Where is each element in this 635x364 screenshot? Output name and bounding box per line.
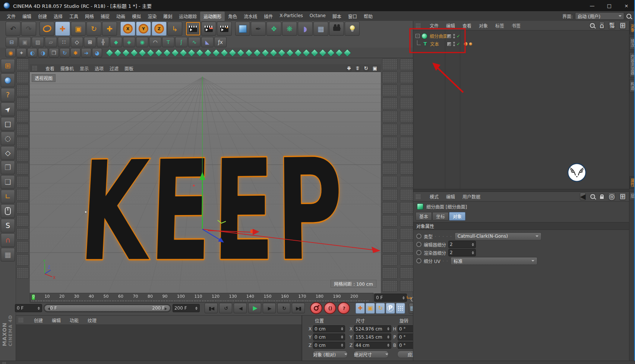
plugin-tool-3-icon[interactable]: ◑	[38, 48, 48, 57]
am-search-icon[interactable]	[590, 194, 595, 199]
minimize-button[interactable]: —	[584, 0, 601, 11]
spinner-icon[interactable]	[386, 342, 390, 348]
panel-grip-icon[interactable]	[416, 194, 421, 199]
hook-tool-icon[interactable]: ʃ	[175, 37, 187, 47]
view-maximize-icon[interactable]: ▣	[372, 66, 377, 71]
size-y-field[interactable]: 155.145 cm	[354, 333, 391, 341]
tag-icon[interactable]	[469, 42, 472, 45]
om-menu-item-0[interactable]: 文件	[426, 21, 442, 30]
arc-tool-icon[interactable]: ◠	[149, 37, 161, 47]
text-tool-icon[interactable]: T	[162, 37, 174, 47]
spinner-icon[interactable]	[37, 306, 40, 311]
spinner-icon[interactable]	[402, 295, 405, 301]
panel-grip-icon[interactable]	[32, 66, 37, 71]
maximize-button[interactable]: □	[601, 0, 618, 11]
previous-frame-button[interactable]: ◀	[234, 303, 247, 313]
render-subdivision-field[interactable]: 2	[448, 249, 476, 256]
last-tool-icon[interactable]: ✚	[102, 22, 117, 36]
menubar-item-2[interactable]: 创建	[35, 12, 50, 21]
position-y-field[interactable]: 0 cm	[313, 333, 345, 341]
menubar-item-17[interactable]: Octane	[306, 12, 329, 21]
plugin-gear-icon[interactable]: ✱	[70, 48, 80, 57]
key-rotation-filter-icon[interactable]: ↻	[376, 303, 385, 314]
goto-end-button[interactable]: ▶▮	[292, 303, 305, 313]
undo-icon[interactable]: ↶	[6, 22, 20, 36]
primitive-cube-icon[interactable]	[235, 22, 250, 36]
spinner-icon[interactable]	[340, 334, 344, 340]
record-keyframe-button[interactable]	[310, 302, 322, 314]
plugin-tool-2-icon[interactable]: ◐	[27, 48, 37, 57]
current-frame-field[interactable]: 0 F	[15, 304, 42, 312]
object-name[interactable]: 细分曲面	[430, 33, 448, 39]
polygons-mode-icon[interactable]: ⊞	[84, 37, 96, 47]
sail-deformer-icon[interactable]: ◣	[201, 37, 214, 47]
spinner-icon[interactable]	[386, 326, 390, 332]
am-menu-item-0[interactable]: 模式	[426, 192, 442, 201]
layer-icon[interactable]	[447, 34, 452, 39]
magnet-icon[interactable]: ∩	[1, 233, 15, 247]
spinner-icon[interactable]	[340, 342, 344, 348]
om-menu-item-2[interactable]: 查看	[459, 21, 475, 30]
spline-pen-icon[interactable]: ✒	[251, 22, 266, 36]
key-pla-filter-icon[interactable]	[396, 303, 405, 314]
menubar-item-10[interactable]: 雕刻	[160, 12, 176, 21]
keyframe-options-button[interactable]: ?	[338, 302, 350, 314]
menubar-item-11[interactable]: 运动跟踪	[176, 12, 200, 21]
type-dropdown[interactable]: Catmull-Clark(N-Gons)	[455, 232, 541, 240]
timeline-range-slider[interactable]: 0 F 200 F	[44, 304, 171, 312]
next-frame-button[interactable]: ▶	[263, 303, 276, 313]
key-scale-filter-icon[interactable]: ▣	[366, 303, 375, 314]
object-row-text[interactable]: T 文本	[413, 40, 439, 48]
materials-menu-item-0[interactable]: 创建	[29, 316, 47, 325]
light-icon[interactable]	[345, 22, 360, 36]
size-x-field[interactable]: 524.976 cm	[354, 325, 391, 332]
polygon-select-icon[interactable]: ◇	[1, 146, 15, 160]
perspective-viewport[interactable]: KEEP 透视视图 网格间距 : 100 cm Y Z X	[30, 72, 381, 293]
om-menu-item-5[interactable]: 书签	[508, 21, 524, 30]
edges-mode-icon[interactable]: ◇	[71, 37, 83, 47]
axis-gizmo[interactable]	[30, 73, 381, 293]
view-pan-icon[interactable]: ✚	[347, 66, 351, 71]
xparticles-system-icon[interactable]: ◉	[6, 48, 16, 57]
plugin-tool-1-icon[interactable]: ✦	[16, 48, 26, 57]
redo-icon[interactable]: ↷	[21, 22, 36, 36]
size-z-field[interactable]: 44 cm	[354, 342, 391, 349]
menubar-item-13[interactable]: 角色	[225, 12, 240, 21]
axis-workplane-icon[interactable]: ∟	[1, 190, 15, 203]
plugin-tool-4-icon[interactable]: ❐	[49, 48, 59, 57]
spinner-icon[interactable]	[195, 306, 198, 311]
fragment-icon[interactable]: ◈	[123, 37, 135, 47]
cube-a-icon[interactable]: ❐	[1, 161, 15, 174]
cube-b-icon[interactable]: ❏	[1, 175, 15, 189]
fx-icon[interactable]: ƒx	[214, 37, 227, 47]
interface-dropdown[interactable]: 启动 (用户)	[575, 12, 624, 20]
am-cycle-icon[interactable]: ◎	[608, 193, 615, 200]
am-menu-item-1[interactable]: 编辑	[442, 192, 459, 201]
attribute-tab-1[interactable]: 坐标	[432, 212, 449, 221]
menubar-item-9[interactable]: 渲染	[144, 12, 160, 21]
mesh-cube-icon[interactable]: ◆	[110, 37, 122, 47]
param-bullet-icon[interactable]	[416, 258, 421, 263]
attribute-tab-2[interactable]: 对象	[449, 212, 465, 221]
status-grip-icon[interactable]	[2, 362, 6, 364]
key-parameter-filter-icon[interactable]: P	[386, 303, 395, 314]
position-x-field[interactable]: 0 cm	[313, 325, 345, 332]
lock-y-axis-icon[interactable]: Y	[136, 22, 151, 36]
menubar-item-0[interactable]: 文件	[3, 12, 19, 21]
menubar-item-7[interactable]: 动画	[113, 12, 129, 21]
enabled-check-icon[interactable]: ✓	[456, 34, 460, 39]
attribute-tab-0[interactable]: 基本	[416, 212, 432, 221]
object-name[interactable]: 文本	[430, 41, 439, 47]
menubar-item-12[interactable]: 运动图形	[200, 12, 225, 21]
panel-grip-icon[interactable]	[416, 23, 421, 28]
menubar-item-15[interactable]: 插件	[260, 12, 276, 21]
phong-tag-icon[interactable]	[464, 42, 468, 46]
viewport-menu-item-2[interactable]: 显示	[77, 64, 92, 72]
materials-menu-item-2[interactable]: 功能	[65, 316, 83, 325]
range-left-arrow-icon[interactable]	[46, 307, 50, 310]
model-mode-icon[interactable]: ▣	[19, 37, 31, 47]
param-bullet-icon[interactable]	[416, 234, 421, 239]
cursor-tool-icon[interactable]: ➤	[1, 102, 15, 116]
ruler-frame-field[interactable]: 0 F	[374, 294, 407, 302]
plugin-moon-icon[interactable]: ◕	[92, 48, 102, 57]
